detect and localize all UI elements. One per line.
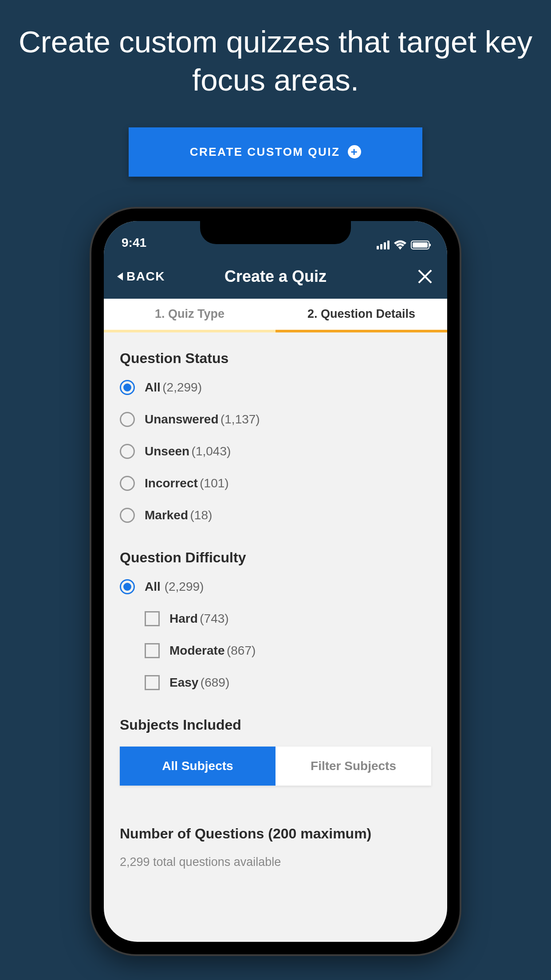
status-time: 9:41 [122,236,146,250]
phone-mockup: 9:41 BACK [91,209,460,954]
radio-icon [120,508,135,523]
radio-icon [120,412,135,427]
checkbox-icon [145,643,160,658]
status-option-unanswered[interactable]: Unanswered (1,137) [120,412,431,427]
section-title-subjects: Subjects Included [120,717,431,733]
wifi-icon [394,240,406,250]
battery-icon [411,241,429,249]
section-title-number: Number of Questions (200 maximum) [120,826,431,842]
signal-icon [377,241,390,249]
subjects-toggle: All Subjects Filter Subjects [120,747,431,786]
difficulty-option-hard[interactable]: Hard (743) [145,611,431,626]
back-arrow-icon [117,273,123,281]
toggle-all-subjects[interactable]: All Subjects [120,747,276,786]
checkbox-icon [145,675,160,690]
difficulty-option-all[interactable]: All (2,299) [120,579,431,594]
radio-icon [120,380,135,395]
radio-icon [120,579,135,594]
section-title-status: Question Status [120,350,431,367]
create-custom-quiz-button[interactable]: CREATE CUSTOM QUIZ + [129,127,422,177]
status-option-all[interactable]: All (2,299) [120,380,431,395]
difficulty-option-easy[interactable]: Easy (689) [145,675,431,690]
difficulty-option-moderate[interactable]: Moderate (867) [145,643,431,658]
status-option-unseen[interactable]: Unseen (1,043) [120,444,431,459]
back-label: BACK [126,269,165,284]
promo-headline: Create custom quizzes that target key fo… [0,23,551,100]
create-button-label: CREATE CUSTOM QUIZ [190,145,340,159]
nav-bar: BACK Create a Quiz [104,254,447,299]
section-title-difficulty: Question Difficulty [120,549,431,566]
status-option-incorrect[interactable]: Incorrect (101) [120,476,431,491]
back-button[interactable]: BACK [117,269,165,284]
toggle-filter-subjects[interactable]: Filter Subjects [276,747,431,786]
status-option-marked[interactable]: Marked (18) [120,508,431,523]
plus-icon: + [348,145,361,158]
wizard-tabs: 1. Quiz Type 2. Question Details [104,299,447,332]
radio-icon [120,476,135,491]
radio-icon [120,444,135,459]
close-button[interactable] [416,268,434,285]
page-title: Create a Quiz [224,267,327,286]
questions-available-text: 2,299 total questions available [120,855,431,869]
checkbox-icon [145,611,160,626]
tab-question-details[interactable]: 2. Question Details [276,299,447,332]
tab-quiz-type[interactable]: 1. Quiz Type [104,299,276,332]
